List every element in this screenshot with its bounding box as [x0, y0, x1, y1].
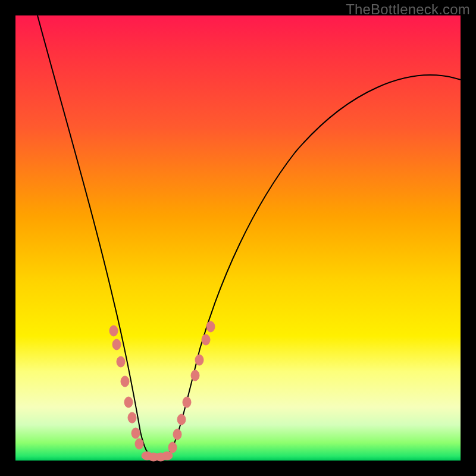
marker-dot: [183, 397, 191, 408]
marker-dot: [206, 321, 215, 332]
marker-dot: [112, 339, 121, 350]
marker-dot: [135, 439, 143, 449]
marker-dot: [109, 325, 118, 336]
marker-dot: [121, 376, 129, 387]
marker-dot: [177, 414, 186, 425]
marker-dot: [131, 428, 140, 439]
marker-dot: [168, 442, 177, 453]
bottleneck-curve: [37, 15, 461, 458]
curve-layer: [15, 15, 461, 461]
marker-dot: [162, 452, 173, 460]
watermark-text: TheBottleneck.com: [346, 1, 470, 18]
marker-dot: [117, 356, 125, 367]
marker-dot: [195, 355, 203, 365]
marker-dot: [128, 412, 136, 423]
plot-area: [15, 15, 461, 461]
marker-group: [109, 321, 215, 461]
marker-dot: [124, 397, 133, 408]
marker-dot: [191, 370, 199, 381]
chart-frame: TheBottleneck.com: [0, 0, 476, 476]
marker-dot: [202, 334, 210, 345]
marker-dot: [173, 429, 181, 440]
